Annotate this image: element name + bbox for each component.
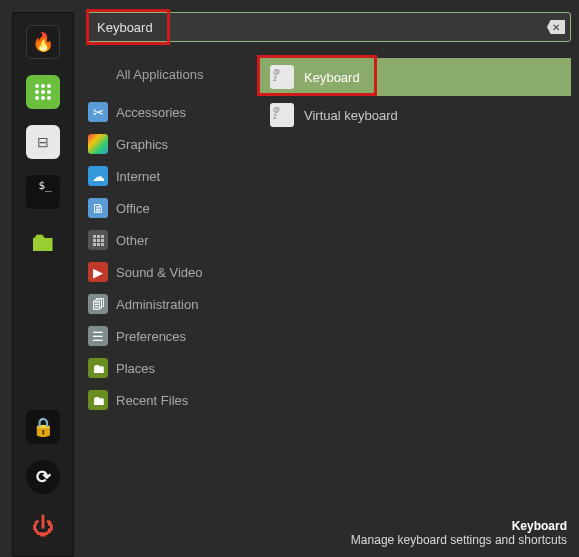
category-accessories[interactable]: ✂Accessories xyxy=(86,96,246,128)
play-icon: ▶ xyxy=(88,262,108,282)
category-recent[interactable]: 🖿Recent Files xyxy=(86,384,246,416)
category-label: Office xyxy=(116,201,150,216)
folder-icon: 🖿 xyxy=(88,358,108,378)
recent-folder-icon: 🖿 xyxy=(88,390,108,410)
result-keyboard[interactable]: Keyboard xyxy=(260,58,571,96)
firefox-icon[interactable]: 🔥 xyxy=(26,25,60,59)
terminal-icon[interactable]: $_ xyxy=(26,175,60,209)
grid-icon xyxy=(88,230,108,250)
search-wrap: ✕ xyxy=(86,12,571,42)
category-label: Administration xyxy=(116,297,198,312)
category-all[interactable]: All Applications xyxy=(86,58,246,90)
category-preferences[interactable]: ☰Preferences xyxy=(86,320,246,352)
power-icon[interactable]: ⏻ xyxy=(26,510,60,544)
favorites-sidebar: 🔥 ⊟ $_ 🖿 🔒 ⟳ ⏻ xyxy=(12,12,74,557)
category-office[interactable]: 🗎Office xyxy=(86,192,246,224)
graphics-icon xyxy=(88,134,108,154)
categories-list: All Applications ✂Accessories Graphics ☁… xyxy=(86,58,246,557)
category-places[interactable]: 🖿Places xyxy=(86,352,246,384)
category-label: Accessories xyxy=(116,105,186,120)
disks-icon[interactable]: ⊟ xyxy=(26,125,60,159)
tooltip-description: Manage keyboard settings and shortcuts xyxy=(351,533,567,547)
clear-search-icon[interactable]: ✕ xyxy=(547,20,565,34)
all-apps-icon[interactable] xyxy=(26,75,60,109)
category-label: Places xyxy=(116,361,155,376)
keyboard-icon xyxy=(270,103,294,127)
keyboard-icon xyxy=(270,65,294,89)
category-other[interactable]: Other xyxy=(86,224,246,256)
category-label: Sound & Video xyxy=(116,265,203,280)
category-label: Recent Files xyxy=(116,393,188,408)
category-administration[interactable]: 🗐Administration xyxy=(86,288,246,320)
category-label: Preferences xyxy=(116,329,186,344)
document-icon: 🗎 xyxy=(88,198,108,218)
preferences-icon: ☰ xyxy=(88,326,108,346)
category-label: Internet xyxy=(116,169,160,184)
cloud-icon: ☁ xyxy=(88,166,108,186)
admin-icon: 🗐 xyxy=(88,294,108,314)
category-internet[interactable]: ☁Internet xyxy=(86,160,246,192)
category-sound[interactable]: ▶Sound & Video xyxy=(86,256,246,288)
category-label: Graphics xyxy=(116,137,168,152)
app-menu: 🔥 ⊟ $_ 🖿 🔒 ⟳ ⏻ ✕ All Applications ✂Acces… xyxy=(0,0,579,557)
lock-icon[interactable]: 🔒 xyxy=(26,410,60,444)
result-label: Virtual keyboard xyxy=(304,108,398,123)
category-graphics[interactable]: Graphics xyxy=(86,128,246,160)
result-label: Keyboard xyxy=(304,70,360,85)
results-list: Keyboard Virtual keyboard xyxy=(260,58,571,557)
tooltip-title: Keyboard xyxy=(351,519,567,533)
category-label: All Applications xyxy=(116,67,203,82)
tooltip: Keyboard Manage keyboard settings and sh… xyxy=(351,519,567,547)
main-panel: ✕ All Applications ✂Accessories Graphics… xyxy=(86,12,571,557)
files-icon[interactable]: 🖿 xyxy=(26,225,60,259)
search-input[interactable] xyxy=(86,12,571,42)
update-icon[interactable]: ⟳ xyxy=(26,460,60,494)
scissors-icon: ✂ xyxy=(88,102,108,122)
category-label: Other xyxy=(116,233,149,248)
result-virtual-keyboard[interactable]: Virtual keyboard xyxy=(260,96,571,134)
